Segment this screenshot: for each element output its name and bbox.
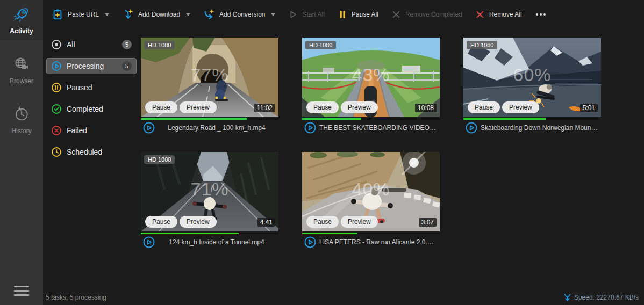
pause-button[interactable]: Pause: [468, 101, 500, 113]
download-task-card: HD 1080 77% Pause Preview 11:02 Legendar…: [141, 38, 278, 134]
sidebar-item-label: History: [11, 127, 31, 135]
video-thumbnail[interactable]: HD 1080 77% Pause Preview 11:02: [141, 38, 278, 117]
progress-bar: [302, 118, 440, 120]
add-download-icon: [122, 9, 134, 20]
preview-button[interactable]: Preview: [180, 101, 217, 113]
chevron-down-icon[interactable]: [271, 13, 275, 16]
completed-filter-icon: [51, 104, 62, 114]
play-circle-icon[interactable]: [466, 122, 477, 134]
remove-all-icon: [475, 10, 485, 19]
filter-label: Scheduled: [67, 148, 102, 156]
scheduled-filter-icon: [51, 147, 62, 157]
pause-all-icon: [338, 10, 347, 19]
download-task-card: HD 1080 71% Pause Preview 4:41 124 km_h …: [141, 152, 278, 249]
all-filter-icon: [51, 39, 62, 50]
video-thumbnail[interactable]: HD 1080 60% Pause Preview 5:01: [463, 38, 601, 117]
content-area: All 5 Processing 5: [43, 29, 644, 305]
preview-button[interactable]: Preview: [341, 216, 378, 228]
remove-completed-button[interactable]: Remove Completed: [391, 10, 462, 19]
paused-filter-icon: [51, 82, 62, 93]
duration-badge: 5:01: [580, 104, 598, 112]
speed-label: Speed: 22270.67 KB/s: [574, 294, 639, 301]
play-circle-icon[interactable]: [304, 122, 316, 134]
speed-down-icon: [563, 293, 571, 302]
duration-badge: 11:02: [254, 104, 275, 112]
more-options-button[interactable]: [535, 10, 547, 19]
filter-panel: All 5 Processing 5: [43, 29, 141, 305]
pause-button[interactable]: Pause: [306, 216, 339, 228]
duration-badge: 4:41: [257, 218, 275, 227]
filter-paused[interactable]: Paused: [46, 79, 137, 96]
quality-badge: HD 1080: [144, 41, 175, 49]
sidebar-item-history[interactable]: History: [0, 100, 43, 140]
chevron-down-icon[interactable]: [186, 13, 190, 16]
video-thumbnail[interactable]: HD 1080 71% Pause Preview 4:41: [141, 152, 278, 231]
play-circle-icon[interactable]: [143, 122, 155, 134]
app-sidebar: Activity Browser History: [0, 0, 43, 305]
video-title: LISA PETERS - Raw run Alicante 2.0.mp4: [319, 238, 440, 246]
toolbar: Paste URL Add Download A: [43, 0, 644, 29]
preview-button[interactable]: Preview: [180, 216, 217, 228]
browser-globe-icon: [13, 56, 30, 75]
progress-bar: [141, 118, 278, 120]
rocket-icon: [13, 6, 30, 25]
duration-badge: 10:08: [415, 104, 437, 112]
quality-badge: HD 1080: [144, 155, 175, 164]
paste-url-button[interactable]: Paste URL: [52, 9, 109, 20]
pause-button[interactable]: Pause: [306, 101, 339, 113]
download-grid: HD 1080 77% Pause Preview 11:02 Legendar…: [141, 29, 644, 305]
filter-scheduled[interactable]: Scheduled: [46, 144, 137, 160]
sidebar-item-activity[interactable]: Activity: [0, 0, 43, 40]
filter-label: All: [67, 40, 75, 49]
toolbar-item-label: Remove Completed: [405, 11, 462, 18]
failed-filter-icon: [51, 125, 62, 136]
toolbar-item-label: Pause All: [352, 11, 378, 18]
preview-button[interactable]: Preview: [502, 101, 539, 113]
filter-label: Failed: [67, 126, 87, 135]
pause-all-button[interactable]: Pause All: [338, 10, 378, 19]
tasks-summary: 5 tasks, 5 processing: [46, 294, 106, 301]
filter-processing[interactable]: Processing 5: [46, 58, 137, 74]
duration-badge: 3:07: [419, 218, 437, 227]
more-icon: [535, 10, 547, 19]
download-task-card: HD 1080 43% Pause Preview 10:08 THE BEST…: [302, 38, 440, 134]
video-title: Skateboarding Down Norwegian Mountain [D…: [481, 124, 601, 132]
filter-label: Processing: [67, 62, 104, 70]
filter-all[interactable]: All 5: [46, 37, 137, 53]
toolbar-item-label: Add Download: [138, 11, 180, 18]
progress-bar: [302, 233, 440, 234]
toolbar-item-label: Paste URL: [68, 11, 99, 18]
video-thumbnail[interactable]: 40% Pause Preview 3:07: [302, 152, 440, 231]
toolbar-item-label: Remove All: [489, 11, 522, 18]
processing-filter-icon: [51, 61, 62, 71]
pause-button[interactable]: Pause: [145, 101, 177, 113]
progress-fill: [302, 233, 357, 234]
remove-all-button[interactable]: Remove All: [475, 10, 522, 19]
filter-count-badge: 5: [122, 40, 132, 49]
start-all-button[interactable]: Start All: [288, 10, 324, 19]
filter-count-badge: 5: [122, 61, 132, 71]
filter-failed[interactable]: Failed: [46, 122, 137, 139]
video-title: THE BEST SKATEBOARDING VIDEOS OF THE ...: [319, 124, 440, 132]
play-circle-icon[interactable]: [304, 236, 316, 248]
sidebar-item-browser[interactable]: Browser: [0, 50, 43, 90]
chevron-down-icon[interactable]: [105, 13, 109, 16]
filter-completed[interactable]: Completed: [46, 101, 137, 117]
progress-fill: [141, 233, 239, 234]
start-all-icon: [288, 10, 298, 19]
status-bar: 5 tasks, 5 processing Speed: 22270.67 KB…: [43, 292, 644, 305]
filter-label: Completed: [67, 105, 103, 113]
download-task-card: 40% Pause Preview 3:07 LISA PETERS - Raw…: [302, 152, 440, 249]
add-download-button[interactable]: Add Download: [122, 9, 190, 20]
video-thumbnail[interactable]: HD 1080 43% Pause Preview 10:08: [302, 38, 440, 117]
progress-bar: [463, 118, 601, 120]
video-title: 124 km_h Inside of a Tunnel.mp4: [158, 238, 278, 246]
main-area: Paste URL Add Download A: [43, 0, 644, 305]
add-conversion-button[interactable]: Add Conversion: [203, 9, 275, 20]
add-conversion-icon: [203, 9, 215, 20]
play-circle-icon[interactable]: [143, 236, 155, 248]
preview-button[interactable]: Preview: [341, 101, 378, 113]
pause-button[interactable]: Pause: [145, 216, 177, 228]
hamburger-icon[interactable]: [14, 283, 29, 299]
quality-badge: HD 1080: [467, 41, 497, 49]
